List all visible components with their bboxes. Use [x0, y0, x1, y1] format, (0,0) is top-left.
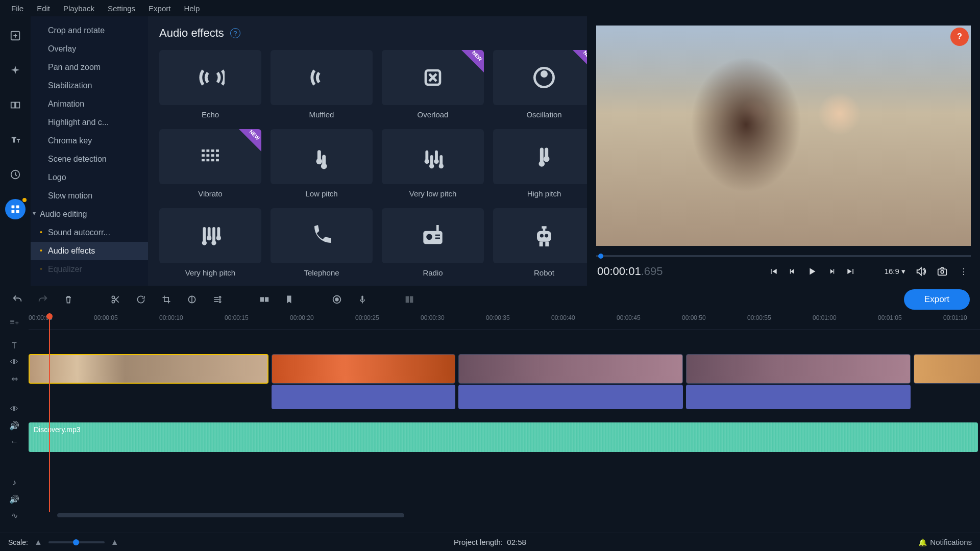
color-adjust-icon[interactable]: [185, 292, 199, 307]
sidebar-item-chroma-key[interactable]: Chroma key: [31, 132, 148, 150]
text-track[interactable]: [29, 330, 980, 350]
marker-icon[interactable]: [283, 292, 297, 307]
sidebar-item-slow-motion[interactable]: Slow motion: [31, 187, 148, 205]
add-track-icon[interactable]: ≡₊: [0, 313, 29, 330]
effect-label: Muffled: [309, 110, 334, 119]
zoom-out-icon[interactable]: ▲: [34, 538, 42, 547]
video-clip-5[interactable]: [914, 354, 980, 384]
audio-mute-icon[interactable]: 🔊: [0, 491, 29, 507]
transitions-icon[interactable]: [5, 95, 26, 115]
record-video-icon[interactable]: [330, 292, 344, 307]
effect-robot[interactable]: Robot: [493, 208, 587, 277]
step-back-icon[interactable]: [787, 265, 799, 278]
titles-icon[interactable]: [5, 130, 26, 150]
svg-rect-31: [790, 269, 791, 274]
menu-file[interactable]: File: [5, 2, 30, 15]
filters-icon[interactable]: [5, 60, 26, 81]
effect-muffled[interactable]: Muffled: [271, 50, 373, 119]
effect-very-high-pitch[interactable]: Very high pitch: [159, 208, 261, 277]
sidebar-item-highlight-and-c-[interactable]: Highlight and c...: [31, 113, 148, 132]
text-track-icon[interactable]: T: [0, 338, 29, 354]
transition-wizard-icon[interactable]: [257, 292, 272, 307]
record-audio-icon[interactable]: [355, 292, 370, 307]
sidebar-item-animation[interactable]: Animation: [31, 95, 148, 113]
aspect-ratio-select[interactable]: 16:9 ▾: [885, 267, 905, 276]
effect-overload[interactable]: Overload: [382, 50, 484, 119]
undo-icon[interactable]: [10, 292, 24, 307]
menu-edit[interactable]: Edit: [31, 2, 56, 15]
menu-settings[interactable]: Settings: [102, 2, 141, 15]
video-clip-3[interactable]: [458, 354, 683, 384]
audio-track-icon[interactable]: ♪: [0, 474, 29, 491]
video-clip-4[interactable]: [686, 354, 911, 384]
sidebar-item-scene-detection[interactable]: Scene detection: [31, 150, 148, 168]
effect-oscillation[interactable]: Oscillation: [493, 50, 587, 119]
add-media-icon[interactable]: [5, 26, 26, 46]
video-visibility-icon[interactable]: 👁: [0, 401, 29, 417]
help-icon[interactable]: ?: [230, 28, 240, 38]
sidebar-item-stabilization[interactable]: Stabilization: [31, 77, 148, 95]
svg-rect-46: [410, 296, 413, 303]
sidebar-item-logo[interactable]: Logo: [31, 168, 148, 187]
video-clip-3-audio[interactable]: [458, 385, 683, 409]
export-button[interactable]: Export: [904, 289, 970, 310]
delete-icon[interactable]: [61, 292, 76, 307]
snapshot-icon[interactable]: [936, 265, 948, 278]
video-clip-2-audio[interactable]: [272, 385, 455, 409]
effect-vibrato[interactable]: Vibrato: [159, 129, 261, 198]
rotate-icon[interactable]: [134, 292, 148, 307]
telephone-icon: [271, 208, 373, 263]
effect-echo[interactable]: Echo: [159, 50, 261, 119]
video-clip-4-audio[interactable]: [686, 385, 911, 409]
sidebar-item-pan-and-zoom[interactable]: Pan and zoom: [31, 58, 148, 77]
cut-icon[interactable]: [108, 292, 122, 307]
effect-telephone[interactable]: Telephone: [271, 208, 373, 277]
volume-icon[interactable]: [915, 265, 927, 278]
redo-icon[interactable]: [36, 292, 50, 307]
clip-properties-icon[interactable]: [210, 292, 225, 307]
sidebar-item-overlay[interactable]: Overlay: [31, 40, 148, 58]
crop-icon[interactable]: [159, 292, 174, 307]
video-clip-2[interactable]: [272, 354, 455, 384]
play-icon[interactable]: [806, 265, 818, 278]
effect-very-low-pitch[interactable]: Very low pitch: [382, 129, 484, 198]
effect-radio[interactable]: Radio: [382, 208, 484, 277]
audio-track[interactable]: Discovery.mp3: [29, 422, 980, 452]
audio-fx-icon[interactable]: ∿: [0, 507, 29, 523]
skip-end-icon[interactable]: [845, 265, 857, 278]
preview-viewport[interactable]: [596, 26, 971, 246]
kebab-icon[interactable]: ⋮: [958, 265, 970, 278]
help-button[interactable]: ?: [950, 28, 969, 46]
sidebar-item-audio-effects[interactable]: Audio effects: [31, 242, 148, 260]
svg-rect-24: [435, 235, 440, 236]
more-tools-icon[interactable]: [5, 199, 26, 219]
effect-high-pitch[interactable]: High pitch: [493, 129, 587, 198]
audio-clip[interactable]: Discovery.mp3: [29, 422, 978, 452]
sidebar-item-equalizer[interactable]: Equalizer: [31, 260, 148, 279]
scale-slider[interactable]: [48, 541, 105, 543]
timeline-view-icon[interactable]: [402, 292, 416, 307]
preview-scrubber[interactable]: [596, 255, 971, 257]
step-forward-icon[interactable]: [825, 265, 838, 278]
effect-low-pitch[interactable]: Low pitch: [271, 129, 373, 198]
sidebar-item-crop-and-rotate[interactable]: Crop and rotate: [31, 21, 148, 40]
video-clip-1[interactable]: [29, 354, 268, 384]
link-icon[interactable]: ⇔: [0, 370, 29, 387]
video-mute-icon[interactable]: 🔊: [0, 417, 29, 434]
timeline-ruler[interactable]: 00:00:0000:00:0500:00:1000:00:1500:00:20…: [29, 313, 980, 330]
timeline-scrollbar[interactable]: [57, 513, 980, 518]
notifications-button[interactable]: Notifications: [918, 538, 972, 546]
video-track[interactable]: [29, 354, 980, 413]
sidebar-item-audio-editing[interactable]: Audio editing: [31, 205, 148, 223]
visibility-icon[interactable]: 👁: [0, 354, 29, 370]
sidebar-item-sound-autocorr-[interactable]: Sound autocorr...: [31, 223, 148, 242]
menu-help[interactable]: Help: [178, 2, 206, 15]
menu-playback[interactable]: Playback: [57, 2, 101, 15]
video-link-icon[interactable]: ←: [0, 434, 29, 450]
menu-export[interactable]: Export: [142, 2, 177, 15]
stickers-icon[interactable]: [5, 164, 26, 185]
playhead[interactable]: [49, 313, 50, 512]
skip-start-icon[interactable]: [767, 265, 779, 278]
svg-point-16: [539, 161, 545, 167]
zoom-in-icon[interactable]: ▲: [111, 538, 119, 547]
